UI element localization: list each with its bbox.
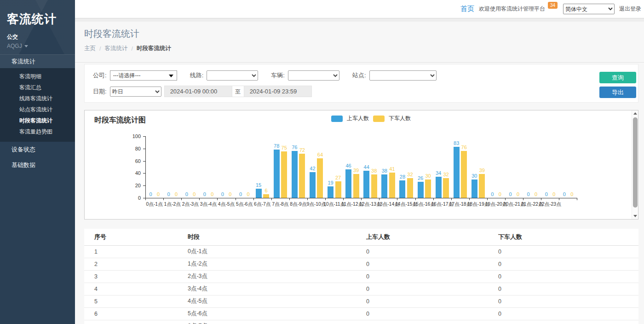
y-axis-label: 100 [127,133,141,139]
column-header-alight: 下车人数 [498,229,638,245]
table-row: 10点-1点00 [84,245,638,258]
scroll-down-icon[interactable] [632,213,638,219]
breadcrumb-section[interactable]: 客流统计 [104,45,127,52]
breadcrumb: 主页 / 客流统计 / 时段客流统计 [84,45,638,52]
sidebar-item-passenger-stats[interactable]: 客流统计 [0,54,75,68]
bar-alight [407,178,413,198]
sidebar-subitem[interactable]: 客流明细 [0,71,75,82]
date-to-input[interactable] [244,86,312,97]
sidebar-subitem[interactable]: 线路客流统计 [0,93,75,104]
x-tick [505,198,506,200]
x-tick [487,198,488,200]
bar-value-label: 0 [564,191,580,197]
logout-link[interactable]: 退出登录 [619,5,641,13]
breadcrumb-current: 时段客流统计 [137,45,171,52]
scroll-up-icon[interactable] [632,110,638,116]
bar-alight [317,158,323,198]
date-range-separator: 至 [232,86,244,97]
bar-alight [353,174,359,198]
bar-alight [281,151,287,198]
x-tick [145,198,146,200]
table-body: 10点-1点0021点-2点0032点-3点0043点-4点0054点-5点00… [84,245,638,324]
table-cell: 0 [498,270,638,283]
table-cell: 0点-1点 [188,245,366,258]
y-axis-label: 20 [127,183,141,188]
table-cell: 15 [366,320,498,324]
x-tick [559,198,559,200]
export-button[interactable]: 导出 [599,87,636,98]
welcome-text: 欢迎使用客流统计管理平台 [479,5,545,13]
date-preset-select[interactable]: 昨日 [110,87,161,97]
passenger-table: 序号 时段 上车人数 下车人数 10点-1点0021点-2点0032点-3点00… [84,229,638,324]
sidebar-item-base-data[interactable]: 基础数据 [0,157,75,173]
table-cell: 2 [84,258,188,270]
breadcrumb-home[interactable]: 主页 [84,45,96,52]
sidebar-subitem[interactable]: 时段客流统计 [0,115,75,126]
sidebar-subitem[interactable]: 客流汇总 [0,82,75,93]
column-header-period: 时段 [188,229,366,245]
main-content: 时段客流统计 主页 / 客流统计 / 时段客流统计 公司: ---请选择--- … [75,18,644,324]
query-button[interactable]: 查询 [599,72,636,83]
table-cell: 0 [498,295,638,307]
x-tick [577,198,577,200]
sidebar-subitem[interactable]: 站点客流统计 [0,104,75,115]
x-tick [163,198,164,200]
y-tick [143,149,145,149]
bar-board [345,169,351,198]
y-tick [143,173,145,174]
x-tick [289,198,290,200]
date-from-input[interactable] [164,86,232,97]
table-row: 43点-4点00 [84,283,638,295]
org-code-label: AQGJ [7,43,22,49]
station-select[interactable] [369,70,437,81]
bar-board [310,172,316,198]
y-axis-line [145,136,146,198]
app-logo: 客流统计 [7,11,75,27]
table-cell: 7 [84,320,188,324]
table-cell: 3 [84,270,188,283]
chart-scrollbar[interactable] [632,110,638,219]
org-code-dropdown[interactable]: AQGJ [7,43,75,49]
x-tick [217,198,218,200]
page-head: 时段客流统计 主页 / 客流统计 / 时段客流统计 [75,22,644,63]
table-row: 21点-2点00 [84,258,638,270]
company-select-value: ---请选择--- [113,72,141,79]
bar-value-label: 6 [259,188,274,193]
x-tick [181,198,182,200]
table-row: 65点-6点00 [84,307,638,320]
table-cell: 6 [498,320,638,324]
y-tick [143,185,145,186]
vehicle-select[interactable] [288,70,339,81]
bar-board [381,174,387,198]
language-select[interactable]: 简体中文 [563,4,615,14]
line-select[interactable] [207,70,258,81]
bar-value-label: 41 [384,166,400,172]
bar-board [454,147,460,198]
table-cell: 0 [366,245,498,258]
sidebar-subitem[interactable]: 客流量趋势图 [0,126,75,137]
bar-value-label: 64 [312,152,328,157]
table-header-row: 序号 时段 上车人数 下车人数 [84,229,638,245]
bar-alight [299,154,305,198]
bar-value-label: 39 [474,168,490,173]
bar-value-label: 27 [330,175,346,180]
date-label: 日期: [93,87,107,96]
company-select[interactable]: ---请选择--- [110,70,177,81]
home-link[interactable]: 首页 [460,5,474,13]
scroll-thumb[interactable] [633,117,638,208]
company-label: 公司: [93,71,107,80]
x-tick [451,198,452,200]
table-cell: 4 [84,283,188,295]
column-header-index: 序号 [84,229,188,245]
page-title: 时段客流统计 [84,28,638,40]
bar-board [472,179,477,198]
x-tick [325,198,326,200]
table-cell: 3点-4点 [188,283,366,295]
table-row: 76点-7点156 [84,320,638,324]
bar-alight [335,181,341,198]
logo-area: 客流统计 公交 AQGJ [0,0,75,54]
x-tick [307,198,308,200]
sidebar-item-device-status[interactable]: 设备状态 [0,142,75,157]
app-root: 客流统计 公交 AQGJ 客流统计 客流明细客流汇总线路客流统计站点客流统计时段… [0,0,644,324]
sidebar-submenu: 客流明细客流汇总线路客流统计站点客流统计时段客流统计客流量趋势图 [0,68,75,142]
